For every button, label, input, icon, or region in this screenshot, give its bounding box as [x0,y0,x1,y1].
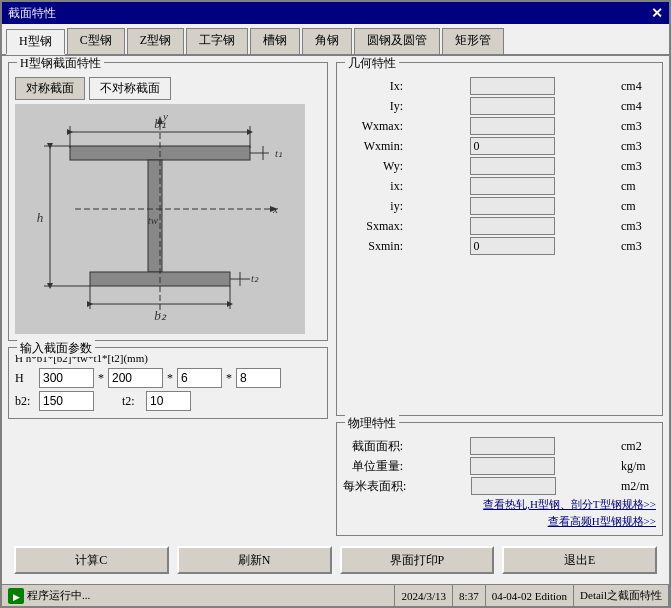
svg-text:y: y [162,110,168,122]
svg-text:h: h [37,210,44,225]
surface-row: 每米表面积: m2/m [343,477,656,495]
tab-rect[interactable]: 矩形管 [442,28,504,54]
edition-status: 04-04-02 Edition [486,585,574,606]
physical-group: 物理特性 截面面积: cm2 单位重量: kg/m 每米表面积: m [336,422,663,536]
tab-h-steel[interactable]: H型钢 [6,29,65,55]
ix2-row: ix: cm [343,177,656,195]
iy2-unit: cm [621,199,656,214]
t2-value-input[interactable] [146,391,191,411]
svg-text:▶: ▶ [13,592,20,602]
weight-row: 单位重量: kg/m [343,457,656,475]
main-content: H型钢截面特性 对称截面 不对称截面 [2,56,669,584]
mult3: * [226,371,232,386]
area-label: 截面面积: [343,438,403,455]
mult2: * [167,371,173,386]
main-row: H型钢截面特性 对称截面 不对称截面 [8,62,663,536]
sxmax-unit: cm3 [621,219,656,234]
title-bar: 截面特性 ✕ [2,2,669,24]
ix2-label: ix: [343,179,403,194]
high-freq-link[interactable]: 查看高频H型钢规格>> [343,514,656,529]
ix-row: Ix: cm4 [343,77,656,95]
h-label: H [15,371,35,386]
tab-angle[interactable]: 角钢 [302,28,352,54]
weight-unit: kg/m [621,459,656,474]
b2-value-input[interactable] [39,391,94,411]
wy-value [470,157,555,175]
tab-round[interactable]: 圆钢及圆管 [354,28,440,54]
close-button[interactable]: ✕ [651,5,663,22]
h-section-label: H型钢截面特性 [17,56,104,72]
tab-c-steel[interactable]: C型钢 [67,28,125,54]
buttons-row: 计算C 刷新N 界面打印P 退出E [8,542,663,578]
section-tabs: 对称截面 不对称截面 [15,77,321,100]
b1-value-input[interactable] [108,368,163,388]
b2-label: b2: [15,394,35,409]
geometry-label: 几何特性 [345,56,399,72]
weight-value [470,457,555,475]
t2-label: t2: [122,394,142,409]
tab-bar: H型钢 C型钢 Z型钢 工字钢 槽钢 角钢 圆钢及圆管 矩形管 [2,24,669,56]
geometry-group: 几何特性 Ix: cm4 Iy: cm4 Wxmax: [336,62,663,416]
svg-text:b₂: b₂ [154,308,167,323]
tab-z-steel[interactable]: Z型钢 [127,28,184,54]
hot-rolled-link[interactable]: 查看热轧,H型钢、剖分T型钢规格>> [343,497,656,512]
tab-channel[interactable]: 槽钢 [250,28,300,54]
left-panel: H型钢截面特性 对称截面 不对称截面 [8,62,328,536]
wy-unit: cm3 [621,159,656,174]
wxmin-value: 0 [470,137,555,155]
mult1: * [98,371,104,386]
running-status: ▶ 程序运行中... [2,585,395,606]
iy-value [470,97,555,115]
sxmin-unit: cm3 [621,239,656,254]
input-section: 输入截面参数 H h*b1*[b2]*tw*t1*[t2](mm) H * * … [8,347,328,419]
wxmin-unit: cm3 [621,139,656,154]
ix2-unit: cm [621,179,656,194]
sxmin-value: 0 [470,237,555,255]
refresh-button[interactable]: 刷新N [177,546,332,574]
wxmax-value [470,117,555,135]
sxmin-label: Sxmin: [343,239,403,254]
tab-i-steel[interactable]: 工字钢 [186,28,248,54]
ix-label: Ix: [343,79,403,94]
sxmax-row: Sxmax: cm3 [343,217,656,235]
wy-row: Wy: cm3 [343,157,656,175]
asymmetric-tab[interactable]: 不对称截面 [89,77,171,100]
iy2-label: iy: [343,199,403,214]
t1-value-input[interactable] [236,368,281,388]
right-panel: 几何特性 Ix: cm4 Iy: cm4 Wxmax: [336,62,663,536]
edition-text: 04-04-02 Edition [492,590,567,602]
sxmax-value [470,217,555,235]
time-text: 8:37 [459,590,479,602]
wxmax-unit: cm3 [621,119,656,134]
date-status: 2024/3/13 [395,585,453,606]
detail-status: Detail之截面特性 [574,585,669,606]
ix2-value [470,177,555,195]
wxmin-label: Wxmin: [343,139,403,154]
svg-text:t₂: t₂ [251,272,259,284]
sxmin-row: Sxmin: 0 cm3 [343,237,656,255]
area-row: 截面面积: cm2 [343,437,656,455]
iy-label: Iy: [343,99,403,114]
window-title: 截面特性 [8,5,56,22]
symmetric-tab[interactable]: 对称截面 [15,77,85,100]
main-window: 截面特性 ✕ H型钢 C型钢 Z型钢 工字钢 槽钢 角钢 圆钢及圆管 矩形管 H… [0,0,671,608]
tw-value-input[interactable] [177,368,222,388]
date-text: 2024/3/13 [401,590,446,602]
calc-button[interactable]: 计算C [14,546,169,574]
svg-text:tw: tw [148,214,159,226]
print-button[interactable]: 界面打印P [340,546,495,574]
weight-label: 单位重量: [343,458,403,475]
physical-label: 物理特性 [345,415,399,432]
exit-button[interactable]: 退出E [502,546,657,574]
h-input-row: H * * * [15,368,321,388]
h-value-input[interactable] [39,368,94,388]
status-bar: ▶ 程序运行中... 2024/3/13 8:37 04-04-02 Editi… [2,584,669,606]
iy-row: Iy: cm4 [343,97,656,115]
h-section-diagram: b₁ h tw t₁ [15,104,305,334]
program-icon: ▶ [8,588,24,604]
h-section-group: H型钢截面特性 对称截面 不对称截面 [8,62,328,341]
iy2-row: iy: cm [343,197,656,215]
area-unit: cm2 [621,439,656,454]
area-value [470,437,555,455]
ix-unit: cm4 [621,79,656,94]
